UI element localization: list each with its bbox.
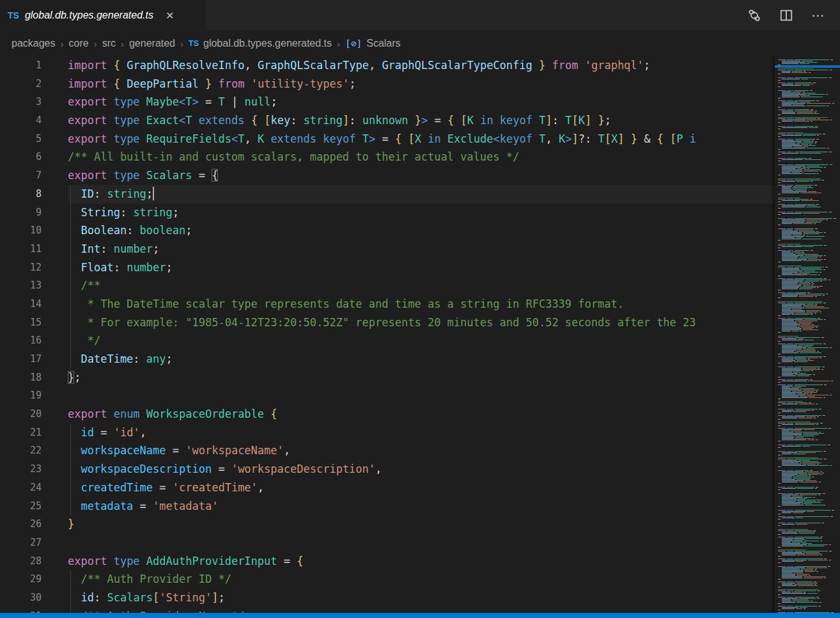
line-number: 29: [0, 570, 42, 589]
code-token: ;: [166, 261, 173, 274]
code-token: ;: [270, 95, 277, 108]
code-line[interactable]: export type Exact<T extends { [key: stri…: [68, 111, 840, 130]
code-token: export: [68, 132, 107, 145]
code-line[interactable]: /** All built-in and custom scalars, map…: [68, 148, 840, 166]
code-line[interactable]: * The DateTime scalar type represents da…: [68, 295, 840, 313]
code-line[interactable]: * For example: "1985-04-12T23:20:50.52Z"…: [68, 313, 840, 332]
code-line[interactable]: export type Scalars = {: [68, 166, 840, 185]
line-number: 19: [0, 386, 42, 405]
line-number: 13: [0, 276, 42, 295]
code-line[interactable]: Float: number;: [68, 258, 840, 277]
line-number: 17: [0, 350, 42, 368]
code-token: extends: [264, 132, 316, 145]
code-line[interactable]: metadata = 'metadata': [68, 497, 840, 516]
code-token: extends: [192, 114, 245, 127]
code-line[interactable]: createdTime = 'createdTime',: [68, 479, 840, 497]
code-token: =: [133, 500, 153, 512]
breadcrumb-separator: ›: [121, 38, 124, 49]
code-line[interactable]: /** Auth Provider ID */: [68, 570, 840, 589]
line-number: 10: [0, 221, 42, 240]
breadcrumb-label: generated: [129, 38, 175, 49]
code-token: ,: [244, 59, 257, 72]
code-token: boolean: [140, 224, 186, 237]
code-line[interactable]: [68, 534, 840, 552]
code-token: unknown: [362, 114, 408, 127]
breadcrumb-item-global-db-types-generated-ts[interactable]: TSglobal.db.types.generated.ts: [189, 38, 332, 49]
code-line[interactable]: */: [68, 331, 840, 350]
code-token: [199, 77, 205, 90]
code-area[interactable]: import { GraphQLResolveInfo, GraphQLScal…: [68, 56, 840, 613]
code-token: }: [205, 77, 212, 90]
code-line[interactable]: Int: number;: [68, 240, 840, 258]
more-actions-icon[interactable]: ⋯: [811, 8, 826, 23]
compare-changes-icon[interactable]: [747, 8, 762, 23]
code-token: [244, 114, 251, 127]
code-token: }: [539, 59, 545, 72]
code-editor[interactable]: 1234567891011121314151617181920212223242…: [0, 56, 840, 613]
code-line[interactable]: ID: string;: [68, 185, 840, 203]
line-number: 15: [0, 313, 42, 332]
code-token: {: [447, 114, 454, 127]
breadcrumb-item-scalars[interactable]: [⊘]Scalars: [345, 38, 401, 49]
code-token: createdTime: [68, 481, 153, 494]
code-line[interactable]: export type RequireFields<T, K extends k…: [68, 130, 840, 148]
code-line[interactable]: workspaceName = 'workspaceName',: [68, 441, 840, 460]
code-token: =: [277, 555, 297, 567]
minimap[interactable]: [775, 56, 840, 613]
code-token: >: [421, 114, 428, 127]
code-token: :: [94, 591, 107, 604]
code-token: * For example: "1985-04-12T23:20:50.52Z"…: [68, 316, 696, 329]
code-token: :: [127, 224, 139, 237]
code-token: K: [258, 132, 264, 145]
code-line[interactable]: };: [68, 368, 840, 387]
code-token: }: [68, 518, 74, 530]
code-line[interactable]: String: string;: [68, 203, 840, 222]
code-token: number: [114, 242, 153, 255]
code-line[interactable]: DateTime: any;: [68, 350, 840, 368]
code-line[interactable]: Boolean: boolean;: [68, 221, 840, 240]
status-bar[interactable]: [0, 613, 840, 618]
line-number: 4: [0, 111, 42, 130]
code-line[interactable]: /** Auth Provider Name */: [68, 607, 840, 613]
code-token: RequireFields: [140, 132, 231, 145]
code-token: [408, 114, 414, 127]
code-line[interactable]: export enum WorkspaceOrderable {: [68, 405, 840, 424]
breadcrumb-item-generated[interactable]: generated: [129, 38, 175, 49]
code-line[interactable]: /**: [68, 276, 840, 295]
code-token: export: [68, 114, 107, 127]
code-token: metadata: [68, 500, 133, 512]
breadcrumb-item-src[interactable]: src: [102, 38, 116, 49]
indent-guide: [70, 571, 71, 613]
code-token: [107, 77, 113, 90]
code-line[interactable]: import { GraphQLResolveInfo, GraphQLScal…: [68, 56, 840, 75]
code-token: id: [68, 426, 94, 439]
code-line[interactable]: export type Maybe<T> = T | null;: [68, 93, 840, 111]
editor-tab[interactable]: TS global.db.types.generated.ts ✕: [0, 0, 206, 31]
code-token: <: [231, 132, 238, 145]
code-line[interactable]: workspaceDescription = 'workspaceDescrip…: [68, 460, 840, 479]
breadcrumb-item-core[interactable]: core: [69, 38, 89, 49]
line-number: 7: [0, 166, 42, 185]
code-line[interactable]: id: Scalars['String'];: [68, 589, 840, 607]
code-line[interactable]: [68, 386, 840, 405]
split-editor-icon[interactable]: [779, 8, 794, 23]
line-number: 14: [0, 295, 42, 313]
code-line[interactable]: import { DeepPartial } from 'utility-typ…: [68, 75, 840, 93]
code-token: Int: [68, 242, 100, 255]
breadcrumb-label: src: [102, 38, 116, 49]
code-token: :: [120, 206, 133, 219]
code-token: [: [605, 132, 611, 145]
code-token: [664, 132, 670, 145]
code-token: Scalars: [140, 169, 192, 182]
code-token: 'utility-types': [244, 77, 349, 90]
code-token: type: [107, 169, 139, 182]
close-tab-icon[interactable]: ✕: [163, 8, 176, 23]
type-symbol-icon: [⊘]: [345, 38, 362, 49]
code-line[interactable]: export type AddAuthProviderInput = {: [68, 552, 840, 571]
code-token: type: [107, 114, 139, 127]
breadcrumb-separator: ›: [61, 38, 64, 49]
breadcrumb-item-packages[interactable]: packages: [12, 38, 56, 49]
code-line[interactable]: id = 'id',: [68, 424, 840, 442]
code-line[interactable]: }: [68, 515, 840, 534]
line-number-gutter: 1234567891011121314151617181920212223242…: [0, 56, 68, 613]
